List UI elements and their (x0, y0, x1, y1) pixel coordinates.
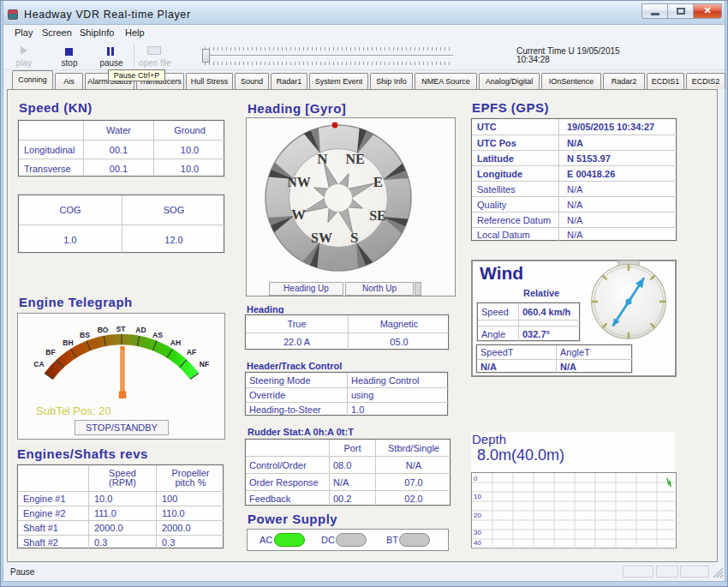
svg-text:CA: CA (33, 360, 44, 368)
svg-text:AS: AS (152, 331, 163, 339)
svg-text:NF: NF (200, 360, 209, 368)
svg-text:ST: ST (116, 325, 127, 333)
svg-text:N: N (317, 151, 328, 167)
svg-text:AH: AH (170, 338, 181, 347)
svg-text:NE: NE (345, 152, 364, 166)
svg-text:BS: BS (80, 331, 90, 339)
svg-text:BO: BO (98, 326, 109, 334)
svg-text:AF: AF (187, 348, 196, 356)
svg-text:E: E (373, 174, 383, 190)
svg-text:SE: SE (369, 208, 386, 223)
svg-text:SW: SW (311, 231, 332, 245)
svg-text:NW: NW (287, 175, 311, 189)
svg-text:BH: BH (63, 338, 73, 347)
svg-text:BF: BF (45, 348, 55, 356)
svg-text:AD: AD (135, 326, 146, 334)
svg-text:S: S (350, 230, 358, 246)
svg-text:W: W (291, 207, 306, 223)
